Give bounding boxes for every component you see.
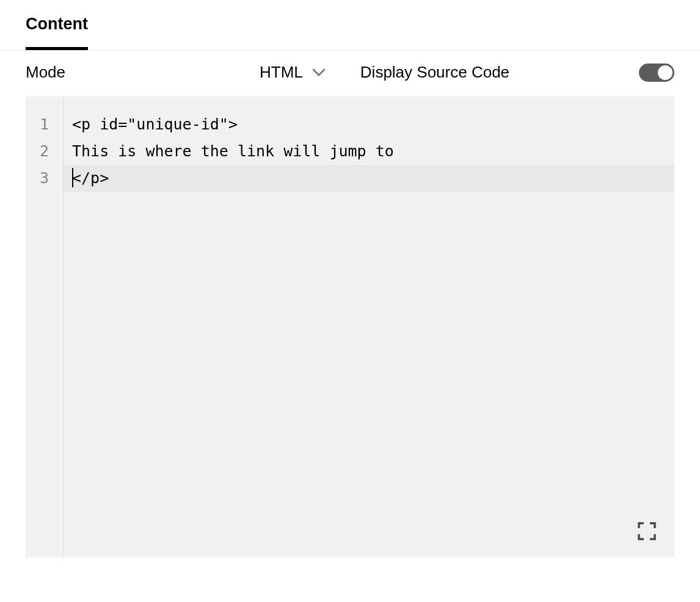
text-cursor [72,168,73,187]
code-line[interactable]: <p id="unique-id"> [64,111,674,138]
code-line[interactable]: </p> [64,165,674,192]
code-line[interactable]: This is where the link will jump to [64,138,674,165]
line-number-gutter: 1 2 3 [26,96,64,557]
controls-row: Mode HTML Display Source Code [0,51,700,96]
mode-label: Mode [26,63,65,82]
mode-select-value: HTML [260,63,303,82]
mode-select[interactable]: HTML [260,63,325,82]
display-source-toggle[interactable] [639,63,674,82]
code-editor[interactable]: 1 2 3 <p id="unique-id"> This is where t… [26,96,674,557]
tab-content[interactable]: Content [26,15,88,50]
tab-bar: Content [0,0,700,51]
code-area[interactable]: <p id="unique-id"> This is where the lin… [64,96,674,557]
line-number: 3 [26,165,63,192]
expand-icon[interactable] [638,522,656,540]
content-editor-panel: Content Mode HTML Display Source Code 1 … [0,0,700,557]
line-number: 2 [26,138,63,165]
chevron-down-icon [313,67,325,79]
line-number: 1 [26,111,63,138]
code-text: </p> [72,169,109,187]
display-source-code-label: Display Source Code [360,63,509,82]
toggle-knob [658,65,673,80]
